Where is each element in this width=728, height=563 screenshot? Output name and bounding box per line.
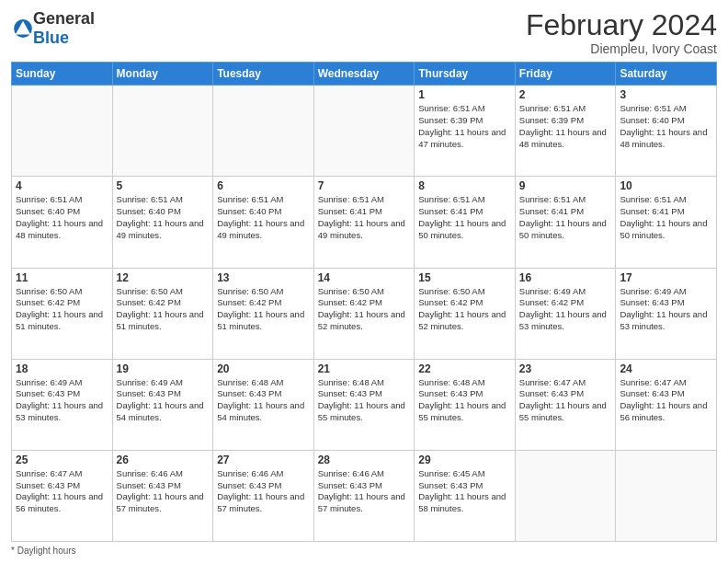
title-block: February 2024 Diempleu, Ivory Coast [526,9,717,56]
day-number: 22 [418,362,511,375]
day-number: 15 [418,271,511,284]
day-number: 11 [16,271,108,284]
day-number: 12 [117,271,210,284]
day-number: 2 [519,88,612,101]
table-row: 20Sunrise: 6:48 AM Sunset: 6:43 PM Dayli… [213,359,314,450]
table-row: 18Sunrise: 6:49 AM Sunset: 6:43 PM Dayli… [12,359,113,450]
table-row: 19Sunrise: 6:49 AM Sunset: 6:43 PM Dayli… [112,359,213,450]
table-row: 3Sunrise: 6:51 AM Sunset: 6:40 PM Daylig… [616,86,717,177]
table-row: 9Sunrise: 6:51 AM Sunset: 6:41 PM Daylig… [515,177,616,268]
table-row: 12Sunrise: 6:50 AM Sunset: 6:42 PM Dayli… [112,268,213,359]
table-row [616,450,717,541]
day-info: Sunrise: 6:48 AM Sunset: 6:43 PM Dayligh… [217,377,310,424]
day-number: 28 [318,454,411,466]
logo: General Blue [11,9,95,48]
day-number: 19 [117,362,210,375]
header-thursday: Thursday [415,63,516,86]
day-info: Sunrise: 6:51 AM Sunset: 6:40 PM Dayligh… [117,194,210,241]
day-info: Sunrise: 6:51 AM Sunset: 6:39 PM Dayligh… [519,103,612,150]
day-number: 25 [16,454,108,466]
calendar-week-1: 4Sunrise: 6:51 AM Sunset: 6:40 PM Daylig… [12,177,717,268]
day-number: 26 [117,454,210,466]
day-info: Sunrise: 6:47 AM Sunset: 6:43 PM Dayligh… [519,377,612,424]
logo-icon [13,18,33,39]
table-row: 6Sunrise: 6:51 AM Sunset: 6:40 PM Daylig… [213,177,314,268]
day-info: Sunrise: 6:50 AM Sunset: 6:42 PM Dayligh… [418,286,511,333]
day-number: 3 [620,88,712,101]
table-row: 5Sunrise: 6:51 AM Sunset: 6:40 PM Daylig… [112,177,213,268]
day-info: Sunrise: 6:49 AM Sunset: 6:42 PM Dayligh… [519,286,612,333]
day-number: 21 [318,362,411,375]
day-number: 4 [16,179,108,192]
day-info: Sunrise: 6:46 AM Sunset: 6:43 PM Dayligh… [117,468,210,515]
table-row: 17Sunrise: 6:49 AM Sunset: 6:43 PM Dayli… [616,268,717,359]
day-info: Sunrise: 6:46 AM Sunset: 6:43 PM Dayligh… [318,468,411,515]
day-number: 5 [117,179,210,192]
day-number: 6 [217,179,310,192]
table-row: 14Sunrise: 6:50 AM Sunset: 6:42 PM Dayli… [313,268,415,359]
table-row: 7Sunrise: 6:51 AM Sunset: 6:41 PM Daylig… [313,177,415,268]
calendar-week-2: 11Sunrise: 6:50 AM Sunset: 6:42 PM Dayli… [12,268,717,359]
calendar-week-0: 1Sunrise: 6:51 AM Sunset: 6:39 PM Daylig… [12,86,717,177]
header-wednesday: Wednesday [313,63,415,86]
logo-general: General [33,9,95,28]
day-info: Sunrise: 6:46 AM Sunset: 6:43 PM Dayligh… [217,468,310,515]
table-row: 4Sunrise: 6:51 AM Sunset: 6:40 PM Daylig… [12,177,113,268]
logo-text: General Blue [33,9,95,48]
page: General Blue February 2024 Diempleu, Ivo… [0,0,728,563]
table-row: 24Sunrise: 6:47 AM Sunset: 6:43 PM Dayli… [616,359,717,450]
calendar-table: Sunday Monday Tuesday Wednesday Thursday… [11,62,717,542]
day-info: Sunrise: 6:50 AM Sunset: 6:42 PM Dayligh… [318,286,411,333]
day-number: 18 [16,362,108,375]
table-row [313,86,415,177]
table-row: 13Sunrise: 6:50 AM Sunset: 6:42 PM Dayli… [213,268,314,359]
day-number: 1 [418,88,511,101]
day-info: Sunrise: 6:50 AM Sunset: 6:42 PM Dayligh… [217,286,310,333]
day-number: 14 [318,271,411,284]
day-number: 20 [217,362,310,375]
table-row: 15Sunrise: 6:50 AM Sunset: 6:42 PM Dayli… [415,268,516,359]
calendar-week-3: 18Sunrise: 6:49 AM Sunset: 6:43 PM Dayli… [12,359,717,450]
footer-note: * Daylight hours [11,546,717,556]
table-row: 28Sunrise: 6:46 AM Sunset: 6:43 PM Dayli… [313,450,415,541]
header-sunday: Sunday [12,63,113,86]
day-info: Sunrise: 6:50 AM Sunset: 6:42 PM Dayligh… [117,286,210,333]
day-info: Sunrise: 6:48 AM Sunset: 6:43 PM Dayligh… [318,377,411,424]
day-number: 7 [318,179,411,192]
day-number: 23 [519,362,612,375]
day-info: Sunrise: 6:45 AM Sunset: 6:43 PM Dayligh… [418,468,511,515]
day-info: Sunrise: 6:51 AM Sunset: 6:40 PM Dayligh… [620,103,712,150]
day-info: Sunrise: 6:51 AM Sunset: 6:39 PM Dayligh… [418,103,511,150]
day-number: 29 [418,454,511,466]
table-row: 8Sunrise: 6:51 AM Sunset: 6:41 PM Daylig… [415,177,516,268]
day-number: 27 [217,454,310,466]
table-row: 22Sunrise: 6:48 AM Sunset: 6:43 PM Dayli… [415,359,516,450]
table-row: 1Sunrise: 6:51 AM Sunset: 6:39 PM Daylig… [415,86,516,177]
day-number: 10 [620,179,712,192]
table-row [213,86,314,177]
day-number: 8 [418,179,511,192]
day-info: Sunrise: 6:47 AM Sunset: 6:43 PM Dayligh… [620,377,712,424]
table-row: 11Sunrise: 6:50 AM Sunset: 6:42 PM Dayli… [12,268,113,359]
table-row: 27Sunrise: 6:46 AM Sunset: 6:43 PM Dayli… [213,450,314,541]
day-info: Sunrise: 6:47 AM Sunset: 6:43 PM Dayligh… [16,468,108,515]
day-info: Sunrise: 6:51 AM Sunset: 6:41 PM Dayligh… [318,194,411,241]
day-info: Sunrise: 6:51 AM Sunset: 6:41 PM Dayligh… [620,194,712,241]
table-row: 21Sunrise: 6:48 AM Sunset: 6:43 PM Dayli… [313,359,415,450]
calendar-header-row: Sunday Monday Tuesday Wednesday Thursday… [12,63,717,86]
header-friday: Friday [515,63,616,86]
calendar-location: Diempleu, Ivory Coast [526,41,717,56]
day-info: Sunrise: 6:49 AM Sunset: 6:43 PM Dayligh… [16,377,108,424]
day-number: 9 [519,179,612,192]
day-number: 13 [217,271,310,284]
day-info: Sunrise: 6:48 AM Sunset: 6:43 PM Dayligh… [418,377,511,424]
table-row [112,86,213,177]
day-number: 16 [519,271,612,284]
footer-daylight: Daylight hours [17,546,76,556]
header-tuesday: Tuesday [213,63,314,86]
header-monday: Monday [112,63,213,86]
table-row: 29Sunrise: 6:45 AM Sunset: 6:43 PM Dayli… [415,450,516,541]
header-saturday: Saturday [616,63,717,86]
header: General Blue February 2024 Diempleu, Ivo… [11,9,717,56]
table-row: 26Sunrise: 6:46 AM Sunset: 6:43 PM Dayli… [112,450,213,541]
